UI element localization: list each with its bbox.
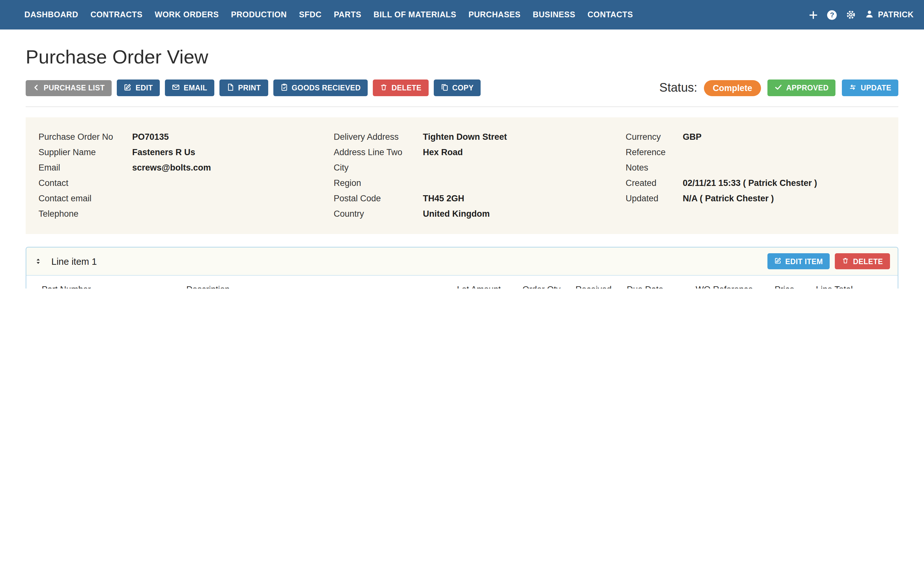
detail-label: Supplier Name — [39, 145, 132, 160]
help-icon[interactable]: ? — [827, 10, 837, 19]
status-label: Status: — [659, 81, 697, 95]
edit-pencil-icon — [124, 83, 132, 92]
email-label: EMAIL — [184, 84, 208, 92]
detail-row: Delivery AddressTighten Down Street — [334, 129, 626, 145]
column-header: Part Number — [42, 285, 186, 288]
column-header: Order Qty — [523, 285, 575, 288]
edit-item-label: EDIT ITEM — [785, 258, 823, 265]
nav-item-business[interactable]: BUSINESS — [533, 10, 575, 19]
edit-item-button[interactable]: EDIT ITEM — [767, 253, 830, 269]
delete-label: DELETE — [391, 84, 421, 92]
line-item-title-group: Line item 1 — [34, 256, 97, 266]
line-item-card-1: Line item 1 EDIT ITEM DELETE Part Number… — [26, 247, 898, 288]
detail-row: Postal CodeTH45 2GH — [334, 191, 626, 206]
divider — [26, 106, 898, 107]
column-header: Received — [575, 285, 627, 288]
detail-label: Purchase Order No — [39, 129, 132, 145]
nav-item-bill-of-materials[interactable]: BILL OF MATERIALS — [373, 10, 456, 19]
print-label: PRINT — [238, 84, 261, 92]
detail-label: Notes — [626, 160, 683, 176]
column-header: WO Reference — [696, 285, 774, 288]
detail-value: PO70135 — [132, 129, 169, 145]
nav-item-production[interactable]: PRODUCTION — [231, 10, 287, 19]
nav-item-purchases[interactable]: PURCHASES — [468, 10, 520, 19]
detail-label: Postal Code — [334, 191, 423, 206]
delete-item-button[interactable]: DELETE — [835, 253, 890, 269]
goods-received-button[interactable]: GOODS RECIEVED — [273, 79, 368, 96]
delete-button[interactable]: DELETE — [373, 79, 428, 96]
email-button[interactable]: EMAIL — [165, 79, 215, 96]
print-button[interactable]: PRINT — [220, 79, 268, 96]
detail-row: Notes — [626, 160, 885, 176]
detail-row: Created02/11/21 15:33 ( Patrick Chester … — [626, 176, 885, 191]
nav-item-sfdc[interactable]: SFDC — [299, 10, 321, 19]
update-arrows-icon — [849, 83, 857, 92]
purchase-list-label: PURCHASE LIST — [44, 84, 105, 92]
detail-label: Contact — [39, 176, 132, 191]
help-glyph: ? — [827, 10, 837, 19]
update-button[interactable]: UPDATE — [842, 79, 898, 96]
nav-item-parts[interactable]: PARTS — [334, 10, 361, 19]
column-header: Price — [775, 285, 816, 288]
purchase-list-button[interactable]: PURCHASE LIST — [26, 80, 112, 96]
check-icon — [774, 83, 782, 92]
column-header: Line Total — [816, 285, 882, 288]
detail-value: screws@bolts.com — [132, 160, 211, 176]
details-column-supplier: Purchase Order NoPO70135 Supplier NameFa… — [39, 129, 334, 222]
detail-row: Reference — [626, 145, 885, 160]
sort-handle-icon[interactable] — [34, 257, 42, 266]
column-header: Lot Amount — [457, 285, 522, 288]
line-item-title: Line item 1 — [51, 256, 97, 266]
user-menu[interactable]: PATRICK — [865, 9, 914, 20]
column-header: Due Date — [627, 285, 696, 288]
detail-label: Telephone — [39, 206, 132, 222]
top-nav: DASHBOARD CONTRACTS WORK ORDERS PRODUCTI… — [0, 0, 924, 29]
goods-received-label: GOODS RECIEVED — [292, 84, 360, 92]
print-file-icon — [226, 83, 234, 92]
detail-value: N/A ( Patrick Chester ) — [683, 191, 774, 206]
detail-label: Contact email — [39, 191, 132, 206]
detail-label: Created — [626, 176, 683, 191]
detail-value: United Kingdom — [423, 206, 490, 222]
edit-button[interactable]: EDIT — [117, 79, 160, 96]
approved-button[interactable]: APPROVED — [767, 79, 835, 96]
nav-item-contracts[interactable]: CONTRACTS — [90, 10, 142, 19]
nav-item-dashboard[interactable]: DASHBOARD — [24, 10, 78, 19]
detail-label: Currency — [626, 129, 683, 145]
add-icon[interactable] — [809, 10, 818, 19]
chevron-left-icon — [33, 84, 40, 92]
page-title: Purchase Order View — [26, 46, 898, 68]
detail-label: Region — [334, 176, 423, 191]
status-badge: Complete — [704, 80, 761, 96]
purchase-order-view-page: DASHBOARD CONTRACTS WORK ORDERS PRODUCTI… — [0, 0, 924, 288]
detail-value: GBP — [683, 129, 702, 145]
copy-icon — [441, 83, 448, 92]
status-group: Status: Complete APPROVED UPDATE — [659, 79, 898, 96]
nav-item-contacts[interactable]: CONTACTS — [588, 10, 633, 19]
details-column-address: Delivery AddressTighten Down Street Addr… — [334, 129, 626, 222]
envelope-icon — [172, 83, 180, 92]
nav-right-icons: ? PATRICK — [809, 9, 914, 20]
detail-row: CountryUnited Kingdom — [334, 206, 626, 222]
settings-gear-icon[interactable] — [846, 10, 856, 20]
detail-row: Emailscrews@bolts.com — [39, 160, 334, 176]
detail-row: Region — [334, 176, 626, 191]
toolbar: PURCHASE LIST EDIT EMAIL PRINT GOODS REC… — [26, 79, 898, 96]
nav-item-work-orders[interactable]: WORK ORDERS — [155, 10, 219, 19]
user-icon — [865, 9, 874, 20]
delete-item-label: DELETE — [853, 258, 883, 265]
detail-label: City — [334, 160, 423, 176]
clipboard-check-icon — [280, 83, 288, 92]
copy-button[interactable]: COPY — [433, 79, 481, 96]
detail-row: Contact — [39, 176, 334, 191]
detail-row: Contact email — [39, 191, 334, 206]
detail-row: CurrencyGBP — [626, 129, 885, 145]
detail-label: Email — [39, 160, 132, 176]
approved-label: APPROVED — [786, 84, 829, 92]
detail-row: Telephone — [39, 206, 334, 222]
detail-value: TH45 2GH — [423, 191, 464, 206]
detail-value: 02/11/21 15:33 ( Patrick Chester ) — [683, 176, 817, 191]
nav-links: DASHBOARD CONTRACTS WORK ORDERS PRODUCTI… — [24, 10, 633, 19]
detail-value: Tighten Down Street — [423, 129, 507, 145]
detail-row: Supplier NameFasteners R Us — [39, 145, 334, 160]
